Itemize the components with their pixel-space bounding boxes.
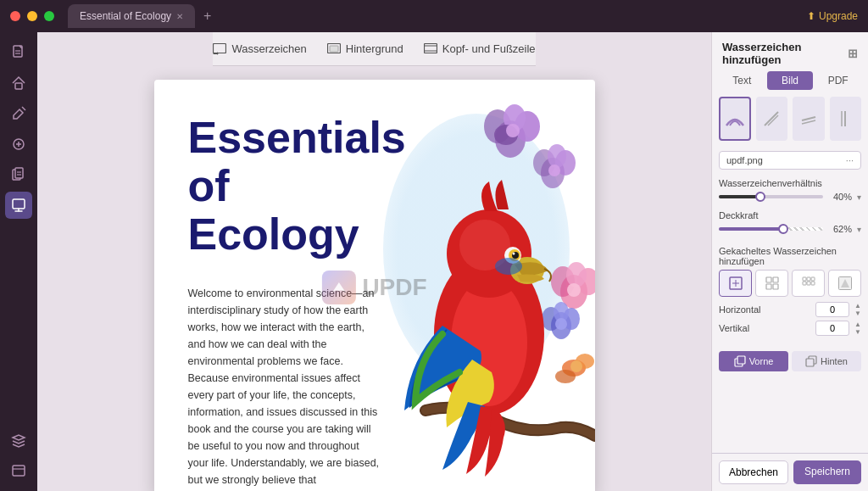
right-panel: Wasserzeichen hinzufügen ⊞ Text Bild PDF	[711, 32, 868, 491]
ratio-value: 40%	[828, 192, 852, 202]
header-footer-label: Kopf- und Fußzeile	[442, 42, 536, 55]
file-row: updf.png ···	[719, 151, 861, 170]
vertical-input[interactable]: 0	[815, 321, 849, 336]
opacity-label: Deckkraft	[719, 210, 861, 220]
tab-label: Essential of Ecology	[80, 10, 171, 22]
svg-point-41	[555, 370, 576, 383]
document-body: Welcome to environmental science—an inte…	[188, 285, 382, 491]
tiled-options	[719, 270, 861, 297]
sidebar-item-info[interactable]	[5, 457, 32, 484]
svg-line-53	[765, 112, 778, 126]
toolbar-background[interactable]: Hintergrund	[327, 42, 403, 55]
ratio-slider-row: 40% ▾	[719, 192, 861, 202]
svg-rect-9	[13, 199, 25, 209]
svg-rect-64	[803, 277, 806, 281]
tiled-option-4[interactable]	[828, 270, 861, 297]
watermark-thumbnails	[712, 97, 868, 148]
svg-rect-65	[807, 277, 810, 281]
layer-back-button[interactable]: Hinten	[792, 351, 861, 371]
tiled-option-3[interactable]	[792, 270, 825, 297]
horizontal-input[interactable]: 0	[815, 302, 849, 317]
main-layout: Wasserzeichen Hintergrund Kopf- und Fußz…	[0, 32, 868, 491]
watermark-thumb-4[interactable]	[830, 97, 862, 141]
tiled-section: Gekacheltes Wasserzeichen hinzufügen	[712, 239, 868, 344]
layer-row: Vorne Hinten	[719, 351, 861, 371]
ratio-label: Wasserzeichenverhältnis	[719, 178, 861, 188]
tab-text[interactable]: Text	[719, 71, 765, 90]
sidebar-item-layers[interactable]	[5, 427, 32, 454]
watermark-thumb-1[interactable]	[719, 97, 751, 141]
tiled-option-1[interactable]	[719, 270, 752, 297]
opacity-dropdown[interactable]: ▾	[857, 225, 861, 234]
svg-rect-62	[766, 284, 771, 289]
ratio-fill	[719, 195, 760, 198]
ratio-slider[interactable]	[719, 195, 823, 198]
content-area: Wasserzeichen Hintergrund Kopf- und Fußz…	[37, 32, 711, 491]
watermark-thumb-2[interactable]	[756, 97, 788, 141]
vertical-spinner: ▲ ▼	[854, 321, 861, 336]
window-controls	[10, 11, 54, 21]
maximize-button[interactable]	[44, 11, 54, 21]
svg-point-52	[495, 258, 522, 275]
sidebar-item-annotate[interactable]	[5, 131, 32, 158]
svg-point-32	[566, 262, 587, 287]
panel-footer: Abbrechen Speichern	[712, 453, 868, 491]
ratio-thumb[interactable]	[755, 192, 765, 202]
file-options-button[interactable]: ···	[846, 155, 854, 165]
svg-point-27	[548, 144, 566, 168]
vertical-label: Vertikal	[719, 323, 810, 333]
svg-line-56	[802, 120, 815, 124]
file-section: updf.png ···	[712, 148, 868, 175]
upgrade-button[interactable]: ⬆ Upgrade	[807, 10, 858, 22]
svg-rect-67	[803, 282, 806, 285]
panel-tabs: Text Bild PDF	[712, 71, 868, 90]
titlebar: Essential of Ecology ✕ + ⬆ Upgrade	[0, 0, 868, 32]
new-tab-button[interactable]: +	[198, 8, 216, 24]
svg-rect-63	[773, 284, 778, 289]
opacity-slider[interactable]	[719, 227, 823, 231]
horizontal-label: Horizontal	[719, 304, 810, 315]
sidebar-item-home[interactable]	[5, 70, 32, 97]
opacity-thumb[interactable]	[778, 224, 788, 234]
close-button[interactable]	[10, 11, 20, 21]
tiled-option-2[interactable]	[755, 270, 788, 297]
vertical-up[interactable]: ▲	[854, 321, 861, 328]
document-page: Essentials of Ecology Welcome to environ…	[154, 80, 595, 491]
tab-image[interactable]: Bild	[767, 71, 814, 90]
tab-close-button[interactable]: ✕	[176, 12, 183, 21]
svg-rect-66	[811, 277, 815, 281]
minimize-button[interactable]	[27, 11, 37, 21]
horizontal-down[interactable]: ▼	[854, 310, 861, 317]
tab-pdf[interactable]: PDF	[815, 71, 861, 90]
vertical-down[interactable]: ▼	[854, 329, 861, 336]
svg-rect-69	[811, 282, 815, 285]
toolbar-watermark[interactable]: Wasserzeichen	[213, 42, 306, 55]
ratio-dropdown[interactable]: ▾	[857, 192, 861, 202]
horizontal-spinner: ▲ ▼	[854, 303, 861, 317]
watermark-thumb-3[interactable]	[793, 97, 825, 141]
opacity-section: Deckkraft 62% ▾	[712, 207, 868, 239]
svg-point-42	[570, 360, 582, 372]
document-tab[interactable]: Essential of Ecology ✕	[68, 4, 195, 28]
opacity-value: 62%	[828, 224, 852, 234]
svg-point-33	[567, 283, 581, 297]
panel-close-button[interactable]: ⊞	[848, 47, 858, 60]
panel-header: Wasserzeichen hinzufügen ⊞	[712, 32, 868, 71]
background-label: Hintergrund	[346, 42, 403, 55]
layer-front-button[interactable]: Vorne	[719, 351, 788, 371]
cancel-button[interactable]: Abbrechen	[719, 460, 788, 484]
svg-point-51	[512, 253, 515, 255]
toolbar-header-footer[interactable]: Kopf- und Fußzeile	[424, 42, 536, 55]
horizontal-up[interactable]: ▲	[854, 303, 861, 310]
svg-rect-12	[214, 43, 226, 53]
sidebar-item-edit[interactable]	[5, 100, 32, 127]
layer-section: Vorne Hinten	[712, 344, 868, 377]
save-button[interactable]: Speichern	[793, 460, 861, 484]
sidebar-item-file[interactable]	[5, 39, 32, 66]
tab-area: Essential of Ecology ✕ +	[54, 4, 807, 28]
toolbar: Wasserzeichen Hintergrund Kopf- und Fußz…	[213, 32, 535, 66]
svg-rect-68	[807, 282, 810, 285]
svg-rect-74	[806, 359, 814, 366]
sidebar-item-watermark[interactable]	[5, 192, 32, 219]
sidebar-item-pages[interactable]	[5, 161, 32, 188]
